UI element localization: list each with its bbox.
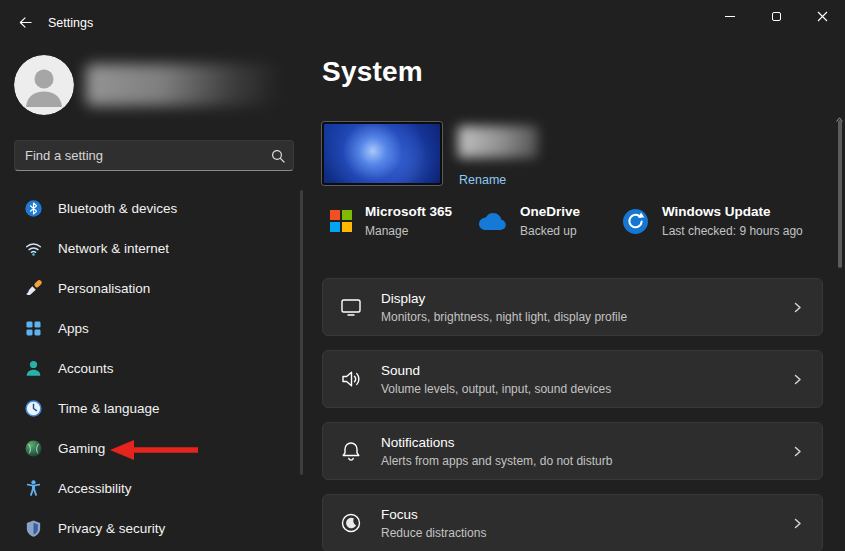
quick-link-title: Microsoft 365 xyxy=(365,204,452,219)
quick-link-title: OneDrive xyxy=(520,204,580,219)
sidebar-item-label: Apps xyxy=(58,321,89,336)
quick-link-windows-update[interactable]: Windows Update Last checked: 9 hours ago xyxy=(622,204,803,238)
window-controls xyxy=(707,0,845,32)
quick-link-subtitle: Backed up xyxy=(520,224,580,238)
sidebar-item-apps[interactable]: Apps xyxy=(8,310,296,346)
user-name-redacted xyxy=(86,64,278,106)
windows-update-icon xyxy=(622,208,649,235)
card-title: Display xyxy=(381,291,791,306)
main-scrollbar[interactable] xyxy=(838,120,842,268)
sidebar-item-bluetooth-devices[interactable]: Bluetooth & devices xyxy=(8,190,296,226)
display-icon xyxy=(339,295,363,319)
sidebar-item-label: Accessibility xyxy=(58,481,132,496)
wifi-icon xyxy=(23,238,43,258)
card-subtitle: Alerts from apps and system, do not dist… xyxy=(381,454,791,468)
device-name-redacted xyxy=(458,126,538,158)
card-subtitle: Reduce distractions xyxy=(381,526,791,540)
sidebar-item-privacy-security[interactable]: Privacy & security xyxy=(8,510,296,546)
sidebar-item-label: Personalisation xyxy=(58,281,150,296)
card-title: Focus xyxy=(381,507,791,522)
sidebar-item-accounts[interactable]: Accounts xyxy=(8,350,296,386)
close-button[interactable] xyxy=(799,0,845,32)
search-input[interactable] xyxy=(15,141,263,170)
card-subtitle: Monitors, brightness, night light, displ… xyxy=(381,310,791,324)
sidebar-item-label: Bluetooth & devices xyxy=(58,201,177,216)
bluetooth-icon xyxy=(23,198,43,218)
search-icon[interactable] xyxy=(263,149,293,163)
apps-grid-icon xyxy=(23,318,43,338)
page-title: System xyxy=(322,56,423,88)
onedrive-cloud-icon xyxy=(477,212,507,231)
chevron-right-icon xyxy=(791,373,804,386)
avatar[interactable] xyxy=(14,55,74,115)
chevron-right-icon xyxy=(791,445,804,458)
settings-window: Settings Bluetooth & devices xyxy=(0,0,845,551)
sidebar-item-label: Time & language xyxy=(58,401,160,416)
sidebar-item-label: Accounts xyxy=(58,361,114,376)
chevron-right-icon xyxy=(791,517,804,530)
sidebar-item-time-language[interactable]: Time & language xyxy=(8,390,296,426)
sidebar-item-label: Privacy & security xyxy=(58,521,165,536)
bell-icon xyxy=(339,439,363,463)
desktop-preview-thumbnail xyxy=(322,122,442,185)
annotation-arrow xyxy=(106,437,202,463)
chevron-right-icon xyxy=(791,301,804,314)
rename-link[interactable]: Rename xyxy=(459,173,506,187)
accessibility-figure-icon xyxy=(23,478,43,498)
sidebar-item-network-internet[interactable]: Network & internet xyxy=(8,230,296,266)
speaker-icon xyxy=(339,367,363,391)
minimize-button[interactable] xyxy=(707,0,753,32)
card-title: Sound xyxy=(381,363,791,378)
quick-link-subtitle[interactable]: Manage xyxy=(365,224,452,238)
microsoft-365-icon xyxy=(330,210,352,232)
focus-crescent-icon xyxy=(339,511,363,535)
back-button[interactable] xyxy=(10,8,40,36)
quick-link-onedrive[interactable]: OneDrive Backed up xyxy=(477,204,580,238)
maximize-icon xyxy=(772,12,781,21)
card-subtitle: Volume levels, output, input, sound devi… xyxy=(381,382,791,396)
back-arrow-icon xyxy=(18,15,33,30)
search-box[interactable] xyxy=(14,140,294,171)
clock-icon xyxy=(23,398,43,418)
minimize-icon xyxy=(725,16,735,17)
quick-link-subtitle: Last checked: 9 hours ago xyxy=(662,224,803,238)
sidebar-item-personalisation[interactable]: Personalisation xyxy=(8,270,296,306)
shield-icon xyxy=(23,518,43,538)
person-icon xyxy=(23,358,43,378)
maximize-button[interactable] xyxy=(753,0,799,32)
settings-card-notifications[interactable]: Notifications Alerts from apps and syste… xyxy=(322,422,823,480)
sidebar-item-label: Network & internet xyxy=(58,241,169,256)
quick-link-microsoft-365[interactable]: Microsoft 365 Manage xyxy=(330,204,452,238)
xbox-sphere-icon xyxy=(23,438,43,458)
sidebar-item-accessibility[interactable]: Accessibility xyxy=(8,470,296,506)
avatar-person-icon xyxy=(14,55,74,115)
settings-card-display[interactable]: Display Monitors, brightness, night ligh… xyxy=(322,278,823,336)
card-title: Notifications xyxy=(381,435,791,450)
sidebar-item-label: Gaming xyxy=(58,441,105,456)
paintbrush-icon xyxy=(23,278,43,298)
app-title: Settings xyxy=(48,16,93,30)
settings-card-focus[interactable]: Focus Reduce distractions xyxy=(322,494,823,551)
close-icon xyxy=(817,11,828,22)
sidebar-scrollbar[interactable] xyxy=(300,190,303,475)
settings-card-sound[interactable]: Sound Volume levels, output, input, soun… xyxy=(322,350,823,408)
quick-link-title: Windows Update xyxy=(662,204,803,219)
sidebar-nav: Bluetooth & devices Network & internet P… xyxy=(8,190,296,550)
